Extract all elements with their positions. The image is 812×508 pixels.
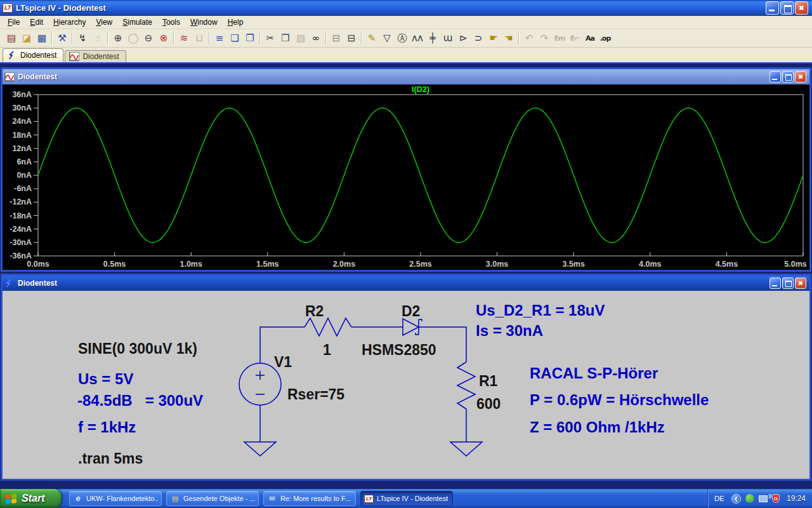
save-icon[interactable]: ▦ <box>34 31 49 46</box>
ground-symbol <box>450 442 482 456</box>
svg-text:-12nA: -12nA <box>10 197 32 206</box>
stretch-text-icon: E⌐ <box>567 31 582 46</box>
ground-icon[interactable]: ▽ <box>379 31 395 46</box>
close-button[interactable]: ✖ <box>795 1 808 15</box>
toolbar-separator <box>518 32 520 44</box>
menu-window[interactable]: Window <box>185 17 223 28</box>
wave-close-button[interactable]: ✖ <box>795 71 806 83</box>
sch-minimize-button[interactable] <box>769 277 781 289</box>
wave-maximize-button[interactable] <box>782 71 794 83</box>
toolbar-separator <box>107 32 108 44</box>
svg-text:30nA: 30nA <box>12 104 32 112</box>
redo-icon: ↷ <box>537 31 552 46</box>
svg-text:-18nA: -18nA <box>10 211 32 220</box>
menu-hierarchy[interactable]: Hierarchy <box>48 17 91 28</box>
tile-horizontally-icon[interactable]: ❏ <box>227 31 242 46</box>
text-icon[interactable]: Aa <box>582 31 598 46</box>
waveform-window-title: Diodentest <box>18 72 57 81</box>
zoom-full-extents-icon[interactable]: ⊗ <box>156 31 171 46</box>
resistor-r2-symbol <box>304 318 351 336</box>
inductor-icon[interactable]: ɯ <box>440 31 455 46</box>
network-globe-icon[interactable] <box>745 494 754 503</box>
minimize-button[interactable] <box>766 1 779 15</box>
language-indicator[interactable]: DE <box>714 495 727 502</box>
open-icon[interactable]: ◪ <box>19 31 34 46</box>
svg-text:12nA: 12nA <box>12 144 32 153</box>
diode-icon[interactable]: ⊳ <box>455 31 471 46</box>
maximize-button[interactable] <box>780 1 794 15</box>
svg-text:0.0ms: 0.0ms <box>27 260 49 269</box>
clock[interactable]: 19:24 <box>787 494 806 503</box>
svg-text:0.5ms: 0.5ms <box>103 260 126 269</box>
autorange-y-icon[interactable]: ≋ <box>176 31 192 46</box>
taskbar-item-mail[interactable]: ✉ Re: More results to F... <box>263 491 356 506</box>
svg-text:0nA: 0nA <box>16 171 32 180</box>
wires <box>239 318 482 456</box>
antivirus-shield-icon[interactable]: G <box>772 494 780 503</box>
spice-directive-icon[interactable]: .op <box>598 31 613 46</box>
note-z: Z = 600 Ohm /1kHz <box>530 418 665 436</box>
cut-icon[interactable]: ✂ <box>263 31 278 46</box>
taskbar-item-ukw[interactable]: e UKW- Flankendetekto... <box>69 491 162 506</box>
sch-maximize-button[interactable] <box>782 277 794 289</box>
taskbar-item-ltspice[interactable]: LT LTspice IV - Diodentest <box>360 491 453 506</box>
label-r2-value: 1 <box>323 342 331 358</box>
net-label-icon[interactable]: Ⓐ <box>395 31 410 46</box>
label-r2-ref: R2 <box>305 303 324 319</box>
resistor-icon[interactable]: ʌʌ <box>410 31 425 46</box>
menu-file[interactable]: File <box>3 17 25 28</box>
note-us: Us = 5V <box>78 370 133 387</box>
component-gate-icon[interactable]: ⊃ <box>471 31 486 46</box>
paste-icon: ▨ <box>293 31 308 46</box>
tray-collapse-icon[interactable]: ❮ <box>731 494 741 504</box>
zoom-in-icon[interactable]: ⊕ <box>110 31 126 46</box>
tab-schematic-diodentest[interactable]: Diodentest <box>3 48 63 62</box>
menu-view[interactable]: View <box>91 17 117 28</box>
label-d2-ref: D2 <box>402 303 420 319</box>
print-preview-icon[interactable]: ⊟ <box>329 31 344 46</box>
sch-close-button[interactable]: ✖ <box>795 277 806 289</box>
schematic-icon <box>7 51 17 60</box>
svg-text:2.0ms: 2.0ms <box>333 260 355 269</box>
tab-waveform-diodentest[interactable]: Diodentest <box>65 50 126 62</box>
menu-simulate[interactable]: Simulate <box>117 17 157 28</box>
print-icon[interactable]: ⊟ <box>344 31 359 46</box>
capacitor-icon[interactable]: ╪ <box>425 31 440 46</box>
svg-text:-30nA: -30nA <box>10 238 32 247</box>
control-panel-icon[interactable]: ⚒ <box>55 31 70 46</box>
menu-tools[interactable]: Tools <box>157 17 185 28</box>
halt-icon: ☝ <box>90 31 105 46</box>
schematic-canvas[interactable]: R2 1 D2 HSMS2850 V1 Rser=75 R1 600 SINE(… <box>3 291 809 479</box>
start-button[interactable]: Start <box>0 489 62 508</box>
move-icon[interactable]: ☛ <box>486 31 501 46</box>
zoom-out-icon[interactable]: ⊖ <box>141 31 156 46</box>
menu-help[interactable]: Help <box>223 17 249 28</box>
toolbar-separator <box>259 32 261 44</box>
wire-icon[interactable]: ✎ <box>364 31 379 46</box>
menu-edit[interactable]: Edit <box>25 17 48 28</box>
taskbar-item-gesendete-objekte[interactable]: ▤ Gesendete Objekte - ... <box>166 491 259 506</box>
svg-text:-6nA: -6nA <box>14 184 32 193</box>
tab-label: Diodentest <box>20 51 56 60</box>
waveform-window-titlebar: Diodentest ✖ <box>3 69 809 84</box>
svg-text:36nA: 36nA <box>12 90 32 99</box>
task-label: Gesendete Objekte - ... <box>183 495 255 502</box>
find-icon[interactable]: ∞ <box>308 31 324 46</box>
wave-minimize-button[interactable] <box>769 71 781 83</box>
windows-flag-icon <box>5 493 18 504</box>
label-d2-value: HSMS2850 <box>362 342 436 358</box>
copy-icon[interactable]: ❒ <box>278 31 293 46</box>
label-directive: .tran 5ms <box>78 450 143 467</box>
tile-vertically-icon[interactable]: ≡ <box>212 31 227 46</box>
drag-icon[interactable]: ☚ <box>501 31 516 46</box>
toolbar-separator <box>173 32 174 44</box>
task-label: Re: More results to F... <box>280 495 351 502</box>
monitor-signal-icon[interactable] <box>759 495 768 502</box>
system-tray: DE ❮ G 19:24 <box>707 489 812 508</box>
task-label: UKW- Flankendetekto... <box>86 495 158 502</box>
cascade-icon[interactable]: ❐ <box>242 31 258 46</box>
run-icon[interactable]: ↯ <box>75 31 90 46</box>
waveform-plot[interactable]: 36nA30nA24nA18nA12nA6nA0nA-6nA-12nA-18nA… <box>3 84 809 270</box>
label-v1-ref: V1 <box>274 354 292 370</box>
new-schematic-icon[interactable]: ▤ <box>4 31 19 46</box>
